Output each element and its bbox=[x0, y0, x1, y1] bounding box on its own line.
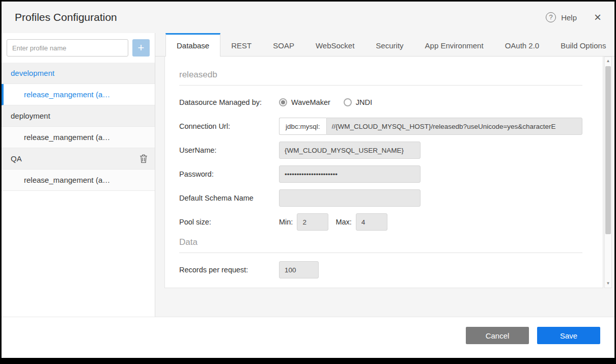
page-title: Profiles Configuration bbox=[15, 11, 117, 23]
database-config-panel: releasedb Datasource Managed by: WaveMak… bbox=[164, 57, 603, 288]
profiles-sidebar: + development release_mangement (a… depl… bbox=[2, 33, 155, 317]
sidebar-item-deployment[interactable]: deployment bbox=[2, 105, 155, 127]
dialog-header: Profiles Configuration ? Help × bbox=[2, 2, 614, 33]
tab-soap[interactable]: SOAP bbox=[262, 33, 305, 56]
profile-create-row: + bbox=[2, 33, 155, 63]
scroll-up-icon[interactable]: ▲ bbox=[606, 57, 610, 65]
password-input[interactable] bbox=[279, 165, 421, 183]
section-title-releasedb: releasedb bbox=[179, 70, 582, 80]
section-title-data: Data bbox=[179, 237, 582, 247]
sidebar-item-label: development bbox=[11, 69, 54, 77]
sidebar-item-label: QA bbox=[11, 154, 22, 163]
tab-rest[interactable]: REST bbox=[220, 33, 262, 56]
connection-url-input[interactable] bbox=[326, 118, 582, 135]
password-row: Password: bbox=[179, 165, 582, 183]
close-icon[interactable]: × bbox=[594, 11, 601, 23]
datasource-managed-label: Datasource Managed by: bbox=[179, 98, 279, 106]
default-schema-label: Default Schema Name bbox=[179, 194, 279, 202]
profile-detail-main: Database REST SOAP WebSocket Security Ap… bbox=[155, 33, 614, 317]
cancel-button[interactable]: Cancel bbox=[466, 327, 529, 344]
section-divider bbox=[179, 253, 582, 253]
pool-max-label: Max: bbox=[335, 218, 351, 226]
sidebar-item-label: release_mangement (a… bbox=[24, 90, 110, 99]
tab-app-environment[interactable]: App Environment bbox=[414, 33, 494, 56]
username-input[interactable] bbox=[279, 142, 421, 159]
sidebar-item-release-mangement-development[interactable]: release_mangement (a… bbox=[2, 84, 155, 105]
delete-profile-icon[interactable] bbox=[139, 154, 148, 163]
radio-wavemaker[interactable]: WaveMaker bbox=[279, 98, 330, 106]
help-icon[interactable]: ? bbox=[546, 12, 556, 22]
tab-security[interactable]: Security bbox=[365, 33, 414, 56]
password-label: Password: bbox=[179, 170, 279, 178]
dialog-footer: Cancel Save bbox=[2, 317, 614, 358]
pool-size-label: Pool size: bbox=[179, 218, 279, 226]
profile-name-input[interactable] bbox=[7, 39, 128, 57]
pool-size-row: Pool size: Min: Max: bbox=[179, 213, 582, 231]
tab-build-options[interactable]: Build Options bbox=[550, 33, 614, 56]
sidebar-item-qa[interactable]: QA bbox=[2, 148, 155, 170]
username-label: UserName: bbox=[179, 146, 279, 154]
radio-unselected-icon bbox=[344, 98, 352, 106]
sidebar-item-label: deployment bbox=[11, 111, 50, 120]
add-profile-button[interactable]: + bbox=[132, 39, 150, 57]
scrollbar-track[interactable] bbox=[605, 65, 611, 279]
datasource-managed-row: Datasource Managed by: WaveMaker JNDI bbox=[179, 94, 582, 111]
sidebar-item-release-mangement-qa[interactable]: release_mangement (a… bbox=[2, 170, 155, 191]
default-schema-row: Default Schema Name bbox=[179, 189, 582, 207]
records-per-request-row: Records per request: bbox=[179, 261, 582, 278]
profiles-configuration-dialog: Profiles Configuration ? Help × + develo… bbox=[2, 2, 614, 358]
radio-selected-icon bbox=[279, 98, 287, 106]
username-row: UserName: bbox=[179, 142, 582, 159]
sidebar-item-development[interactable]: development bbox=[2, 63, 155, 84]
pool-min-label: Min: bbox=[279, 218, 293, 226]
tab-oauth[interactable]: OAuth 2.0 bbox=[494, 33, 550, 56]
records-per-request-label: Records per request: bbox=[179, 266, 279, 274]
dialog-body: + development release_mangement (a… depl… bbox=[2, 33, 614, 317]
pool-max-input[interactable] bbox=[356, 213, 387, 231]
connection-url-prefix: jdbc:mysql: bbox=[279, 118, 326, 135]
trash-icon bbox=[139, 154, 148, 163]
sidebar-item-label: release_mangement (a… bbox=[24, 133, 110, 142]
section-divider bbox=[179, 85, 582, 86]
help-button[interactable]: Help bbox=[561, 13, 577, 22]
scroll-down-icon[interactable]: ▼ bbox=[606, 279, 610, 288]
connection-url-row: Connection Url: jdbc:mysql: bbox=[179, 118, 582, 135]
tab-websocket[interactable]: WebSocket bbox=[305, 33, 365, 56]
pool-min-input[interactable] bbox=[297, 213, 328, 231]
radio-jndi[interactable]: JNDI bbox=[344, 98, 372, 106]
radio-jndi-label: JNDI bbox=[356, 98, 372, 106]
sidebar-item-label: release_mangement (a… bbox=[24, 176, 110, 184]
connection-url-label: Connection Url: bbox=[179, 122, 279, 130]
tab-database[interactable]: Database bbox=[165, 33, 220, 57]
save-button[interactable]: Save bbox=[537, 327, 600, 344]
tab-content-area: releasedb Datasource Managed by: WaveMak… bbox=[155, 57, 614, 317]
scrollbar-thumb[interactable] bbox=[605, 66, 611, 234]
config-tabs: Database REST SOAP WebSocket Security Ap… bbox=[155, 33, 614, 57]
sidebar-item-release-mangement-deployment[interactable]: release_mangement (a… bbox=[2, 127, 155, 148]
profiles-list: development release_mangement (a… deploy… bbox=[2, 63, 155, 191]
default-schema-input[interactable] bbox=[279, 189, 421, 207]
vertical-scrollbar[interactable]: ▲ ▼ bbox=[604, 57, 612, 288]
radio-wavemaker-label: WaveMaker bbox=[291, 98, 330, 106]
records-per-request-input[interactable] bbox=[279, 261, 319, 278]
